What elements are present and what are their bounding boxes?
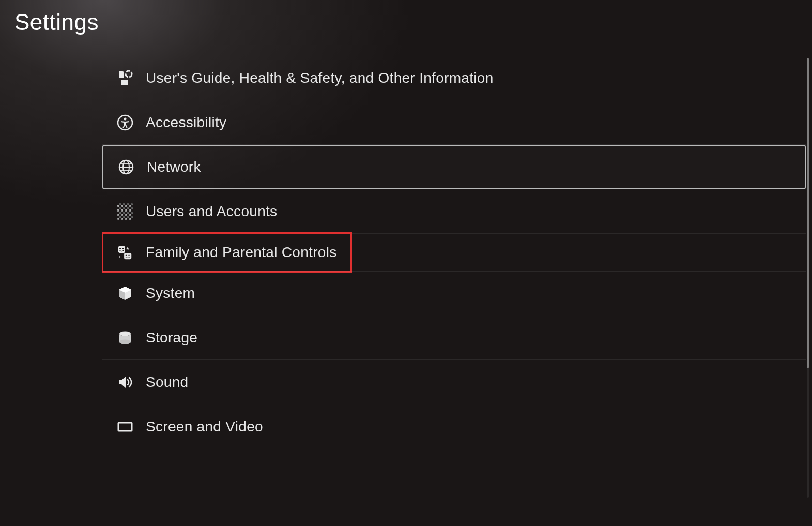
settings-list: User's Guide, Health & Safety, and Other… — [102, 56, 806, 449]
settings-item-label: Screen and Video — [146, 418, 263, 435]
settings-item-label: Family and Parental Controls — [146, 244, 336, 261]
settings-item-label: Storage — [146, 329, 197, 346]
svg-rect-8 — [118, 246, 125, 253]
settings-item-screen[interactable]: Screen and Video — [102, 404, 806, 449]
accessibility-icon — [116, 113, 134, 132]
settings-item-network[interactable]: Network — [102, 145, 806, 189]
avatar-icon — [116, 202, 134, 221]
family-icon — [116, 243, 134, 262]
settings-item-label: Users and Accounts — [146, 203, 277, 220]
settings-item-label: Sound — [146, 374, 188, 390]
settings-item-users[interactable]: Users and Accounts — [102, 189, 806, 234]
svg-rect-16 — [118, 423, 132, 431]
screen-icon — [116, 417, 134, 436]
svg-point-9 — [119, 248, 121, 249]
speaker-icon — [116, 373, 134, 392]
globe-icon — [117, 158, 135, 176]
svg-point-14 — [119, 331, 131, 336]
settings-item-family[interactable]: Family and Parental Controls — [102, 233, 351, 272]
settings-item-label: Network — [147, 159, 201, 175]
svg-point-2 — [124, 117, 127, 120]
cube-icon — [116, 284, 134, 303]
scrollbar[interactable] — [807, 58, 809, 498]
svg-point-0 — [126, 71, 132, 77]
storage-icon — [116, 328, 134, 347]
svg-rect-11 — [124, 253, 131, 259]
settings-item-label: Accessibility — [146, 114, 226, 131]
settings-item-accessibility[interactable]: Accessibility — [102, 100, 806, 145]
svg-point-12 — [126, 255, 127, 256]
page-title: Settings — [14, 9, 99, 35]
scrollbar-thumb[interactable] — [807, 58, 809, 368]
svg-point-15 — [119, 339, 131, 344]
settings-item-label: System — [146, 285, 195, 302]
svg-point-13 — [128, 255, 129, 256]
guide-icon — [116, 69, 134, 87]
svg-point-10 — [122, 248, 124, 249]
settings-item-system[interactable]: System — [102, 271, 806, 315]
settings-item-sound[interactable]: Sound — [102, 360, 806, 404]
settings-item-label: User's Guide, Health & Safety, and Other… — [146, 70, 494, 86]
settings-item-guide[interactable]: User's Guide, Health & Safety, and Other… — [102, 56, 806, 100]
settings-item-storage[interactable]: Storage — [102, 315, 806, 360]
